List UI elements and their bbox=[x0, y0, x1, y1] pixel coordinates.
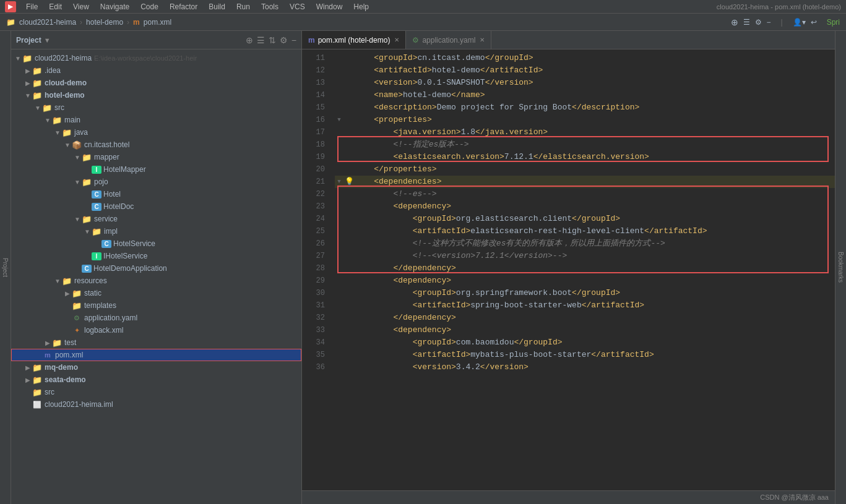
tree-item-test[interactable]: ▶ 📁 test bbox=[11, 336, 301, 349]
label-src2: src bbox=[45, 388, 54, 396]
tree-item-cloud2021-heima[interactable]: ▼ 📁 cloud2021-heima E:\idea-workspace\cl… bbox=[11, 52, 301, 64]
tree-item-package[interactable]: ▼ 📦 cn.itcast.hotel bbox=[11, 139, 301, 151]
arrow-seata-demo: ▶ bbox=[24, 377, 32, 383]
code-editor[interactable]: 11 12 13 14 15 16 17 18 19 20 21 22 23 2… bbox=[302, 49, 835, 490]
tab-pom-icon: m bbox=[308, 36, 315, 45]
tab-pom-label: pom.xml (hotel-demo) bbox=[318, 36, 391, 45]
code-text-18: <!--指定es版本--> bbox=[355, 139, 835, 151]
breadcrumb-pom-xml[interactable]: pom.xml bbox=[144, 18, 171, 27]
minimize-icon[interactable]: − bbox=[291, 35, 296, 45]
tree-item-static[interactable]: ▶ 📁 static bbox=[11, 287, 301, 299]
menu-window[interactable]: Window bbox=[311, 1, 348, 12]
tree-item-main[interactable]: ▼ 📁 main bbox=[11, 114, 301, 126]
code-line-16: ▼ <properties> bbox=[335, 114, 835, 126]
code-text-11: <groupId>cn.itcast.demo</groupId> bbox=[355, 52, 835, 64]
tree-item-src[interactable]: ▼ 📁 src bbox=[11, 101, 301, 114]
tree-item-cloud-demo[interactable]: ▶ 📁 cloud-demo bbox=[11, 77, 301, 89]
breadcrumb-user-icon[interactable]: 👤▾ bbox=[793, 18, 806, 27]
locate-icon[interactable]: ⊕ bbox=[246, 35, 253, 45]
breadcrumb-root[interactable]: cloud2021-heima bbox=[19, 18, 76, 27]
tree-item-java[interactable]: ▼ 📁 java bbox=[11, 126, 301, 139]
code-line-25: <artifactId>elasticsearch-rest-high-leve… bbox=[335, 225, 835, 237]
menu-vcs[interactable]: VCS bbox=[285, 1, 310, 12]
breadcrumb-back-icon[interactable]: ↩ bbox=[811, 18, 817, 27]
breadcrumb-collapse-icon[interactable]: ☰ bbox=[743, 18, 750, 27]
folder-icon-java: 📁 bbox=[62, 128, 72, 137]
menu-code[interactable]: Code bbox=[136, 1, 163, 12]
tab-yaml-close[interactable]: ✕ bbox=[480, 36, 485, 43]
folder-icon-src: 📁 bbox=[42, 103, 52, 113]
breadcrumb-gear-icon[interactable]: ⚙ bbox=[755, 18, 762, 27]
label-static: static bbox=[84, 289, 101, 297]
file-tree: ▼ 📁 cloud2021-heima E:\idea-workspace\cl… bbox=[11, 49, 301, 504]
folder-icon-seata-demo: 📁 bbox=[32, 375, 42, 385]
settings-icon[interactable]: ⚙ bbox=[280, 35, 288, 45]
project-dropdown[interactable]: ▼ bbox=[44, 36, 51, 44]
menu-file[interactable]: File bbox=[21, 1, 43, 12]
menu-help[interactable]: Help bbox=[348, 1, 374, 12]
code-text-22: <!--es--> bbox=[355, 188, 835, 200]
tree-item-idea[interactable]: ▶ 📁 .idea bbox=[11, 64, 301, 77]
tree-item-hotelmapper[interactable]: ▶ I HotelMapper bbox=[11, 163, 301, 176]
tree-item-ihotelservice[interactable]: ▶ I IHotelService bbox=[11, 250, 301, 262]
menu-navigate[interactable]: Navigate bbox=[95, 1, 134, 12]
label-hotelmapper: HotelMapper bbox=[103, 165, 146, 174]
tab-pom-close[interactable]: ✕ bbox=[394, 36, 399, 43]
tree-item-resources[interactable]: ▼ 📁 resources bbox=[11, 275, 301, 287]
tree-item-templates[interactable]: ▶ 📁 templates bbox=[11, 299, 301, 312]
tree-item-impl[interactable]: ▼ 📁 impl bbox=[11, 225, 301, 237]
project-sidebar-label[interactable]: Project bbox=[0, 31, 11, 504]
tree-item-seata-demo[interactable]: ▶ 📁 seata-demo bbox=[11, 374, 301, 386]
label-hoteldoc: HotelDoc bbox=[103, 202, 134, 211]
menu-view[interactable]: View bbox=[68, 1, 94, 12]
breadcrumb-hotel-demo[interactable]: hotel-demo bbox=[86, 18, 123, 27]
tree-item-hoteldoc[interactable]: ▶ C HotelDoc bbox=[11, 200, 301, 213]
breadcrumb: 📁 cloud2021-heima › hotel-demo › m pom.x… bbox=[0, 14, 846, 31]
app-icon: ▶ bbox=[5, 1, 16, 12]
tree-item-src2[interactable]: ▶ 📁 src bbox=[11, 386, 301, 398]
label-ihotelservice: IHotelService bbox=[103, 252, 147, 260]
menu-refactor[interactable]: Refactor bbox=[165, 1, 202, 12]
tree-item-application-yaml[interactable]: ▶ ⚙ application.yaml bbox=[11, 312, 301, 324]
breadcrumb-target-icon[interactable]: ⊕ bbox=[731, 17, 738, 27]
tab-pom-xml[interactable]: m pom.xml (hotel-demo) ✕ bbox=[302, 31, 406, 49]
code-line-15: <description>Demo project for Spring Boo… bbox=[335, 101, 835, 114]
breadcrumb-minus-icon[interactable]: − bbox=[767, 18, 771, 27]
folder-icon-src2: 📁 bbox=[32, 388, 42, 397]
tree-item-hoteldemoapp[interactable]: ▶ C HotelDemoApplication bbox=[11, 262, 301, 275]
tree-item-pom-xml[interactable]: ▶ m pom.xml bbox=[11, 349, 301, 361]
code-line-24: <groupId>org.elasticsearch.client</group… bbox=[335, 213, 835, 225]
menu-build[interactable]: Build bbox=[204, 1, 230, 12]
tree-item-iml[interactable]: ▶ ⬜ cloud2021-heima.iml bbox=[11, 398, 301, 411]
tree-item-mq-demo[interactable]: ▶ 📁 mq-demo bbox=[11, 361, 301, 374]
tree-item-hotel-demo[interactable]: ▼ 📁 hotel-demo bbox=[11, 89, 301, 101]
interface-badge-ihotelservice: I bbox=[92, 252, 101, 260]
menu-run[interactable]: Run bbox=[231, 1, 255, 12]
code-content[interactable]: <groupId>cn.itcast.demo</groupId> <artif… bbox=[330, 49, 835, 490]
tree-item-service[interactable]: ▼ 📁 service bbox=[11, 213, 301, 225]
label-cloud-demo: cloud-demo bbox=[45, 79, 87, 87]
breadcrumb-right-icons: ⊕ ☰ ⚙ − | 👤▾ ↩ Spri bbox=[731, 17, 840, 27]
menu-tools[interactable]: Tools bbox=[256, 1, 283, 12]
label-hotelservice: HotelService bbox=[113, 239, 155, 248]
breadcrumb-spring-icon[interactable]: Spri bbox=[827, 18, 840, 27]
tree-item-hotelservice[interactable]: ▶ C HotelService bbox=[11, 237, 301, 250]
fold-21: ▼ bbox=[335, 176, 343, 188]
code-text-20: </properties> bbox=[355, 163, 835, 176]
label-idea: .idea bbox=[45, 66, 61, 75]
tab-application-yaml[interactable]: ⚙ application.yaml ✕ bbox=[406, 31, 491, 49]
tree-item-mapper[interactable]: ▼ 📁 mapper bbox=[11, 151, 301, 163]
folder-icon-idea: 📁 bbox=[32, 66, 42, 75]
code-line-12: <artifactId>hotel-demo</artifactId> bbox=[335, 64, 835, 77]
code-text-16: <properties> bbox=[355, 114, 835, 126]
bookmarks-sidebar[interactable]: Bookmarks bbox=[835, 31, 846, 504]
code-line-27: <!--<version>7.12.1</version>--> bbox=[335, 250, 835, 262]
collapse-all-icon[interactable]: ☰ bbox=[257, 35, 265, 45]
tree-item-pojo[interactable]: ▼ 📁 pojo bbox=[11, 176, 301, 188]
menu-edit[interactable]: Edit bbox=[44, 1, 67, 12]
tree-item-logback-xml[interactable]: ▶ ✦ logback.xml bbox=[11, 324, 301, 336]
tree-item-hotel[interactable]: ▶ C Hotel bbox=[11, 188, 301, 200]
project-label-text: Project bbox=[2, 258, 9, 277]
expand-icon[interactable]: ⇅ bbox=[269, 35, 276, 45]
class-badge-hoteldemoapp: C bbox=[82, 265, 92, 273]
